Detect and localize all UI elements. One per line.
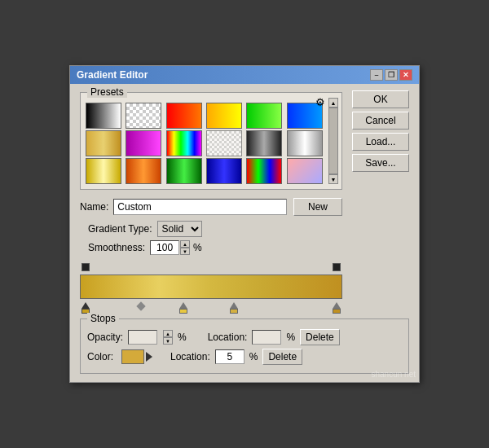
opacity-input[interactable]: [128, 330, 157, 345]
smoothness-row: Smoothness: ▲ ▼ %: [88, 240, 409, 255]
preset-swatch[interactable]: [86, 103, 121, 129]
opacity-spinner: ▲ ▼: [163, 330, 173, 345]
preset-swatch[interactable]: [86, 130, 121, 156]
scroll-up-button[interactable]: ▲: [328, 98, 338, 108]
preset-swatch[interactable]: [126, 158, 161, 184]
color-row: Color: Location: % Delete: [87, 349, 402, 365]
preset-swatch[interactable]: [126, 103, 161, 129]
preset-swatch[interactable]: [246, 103, 282, 129]
gradient-area: [80, 261, 342, 314]
gradient-editor-dialog: Gradient Editor – ❐ ✕ OK Cancel Load... …: [69, 65, 420, 383]
gradient-type-label: Gradient Type:: [88, 223, 152, 235]
restore-button[interactable]: ❐: [385, 69, 398, 81]
color-stop-1[interactable]: [179, 302, 187, 314]
smoothness-spinner: ▲ ▼: [180, 240, 190, 255]
name-row: Name: New: [80, 198, 342, 216]
preset-swatch[interactable]: [206, 130, 242, 156]
color-stop-0[interactable]: [82, 302, 90, 314]
smoothness-up-arrow[interactable]: ▲: [180, 240, 190, 248]
minimize-button[interactable]: –: [370, 69, 383, 81]
presets-scrollbar: ▲ ▼: [328, 98, 338, 184]
midpoint-diamond[interactable]: [136, 301, 145, 310]
opacity-stop-left[interactable]: [82, 263, 90, 271]
cancel-button[interactable]: Cancel: [352, 112, 409, 130]
presets-label: Presets: [87, 86, 127, 98]
scroll-track[interactable]: [328, 108, 338, 174]
smoothness-label: Smoothness:: [88, 242, 145, 253]
dialog-title: Gradient Editor: [77, 69, 148, 81]
type-row: Gradient Type: Solid Noise: [88, 221, 409, 237]
color-location-input[interactable]: [215, 349, 244, 364]
preset-swatch[interactable]: [166, 158, 202, 184]
opacity-stops-row: [80, 261, 342, 273]
preset-swatch[interactable]: [246, 130, 282, 156]
color-stop-2[interactable]: [230, 302, 238, 314]
opacity-delete-button[interactable]: Delete: [300, 329, 340, 345]
right-buttons: OK Cancel Load... Save...: [352, 90, 409, 172]
smoothness-unit: %: [193, 242, 202, 253]
scroll-down-button[interactable]: ▼: [328, 174, 338, 184]
preset-swatch[interactable]: [246, 158, 282, 184]
preset-swatch[interactable]: [206, 158, 242, 184]
color-stop-3[interactable]: [333, 302, 341, 314]
preset-swatch[interactable]: [287, 130, 323, 156]
color-arrow-button[interactable]: [146, 352, 152, 362]
title-bar: Gradient Editor – ❐ ✕: [70, 66, 419, 84]
preset-swatch[interactable]: [166, 130, 202, 156]
color-delete-button[interactable]: Delete: [262, 349, 302, 365]
watermark: shancun net: [372, 370, 416, 379]
preset-swatch[interactable]: [86, 158, 121, 184]
preset-swatch[interactable]: [206, 103, 242, 129]
title-bar-controls: – ❐ ✕: [370, 69, 412, 81]
color-preview[interactable]: [121, 349, 144, 364]
dialog-content: OK Cancel Load... Save... Presets ⚙: [70, 84, 419, 382]
smoothness-input[interactable]: [150, 240, 179, 255]
gradient-type-select[interactable]: Solid Noise: [157, 221, 202, 237]
presets-grid: [86, 103, 325, 184]
new-button[interactable]: New: [293, 198, 342, 216]
opacity-location-input[interactable]: [252, 330, 281, 345]
presets-gear-icon[interactable]: ⚙: [315, 96, 325, 108]
stops-group: Stops Opacity: ▲ ▼ % Location: % Delete …: [80, 318, 409, 374]
load-button[interactable]: Load...: [352, 133, 409, 151]
opacity-up-arrow[interactable]: ▲: [163, 330, 173, 337]
preset-swatch[interactable]: [126, 130, 161, 156]
opacity-location-unit: %: [286, 332, 295, 343]
name-label: Name:: [80, 201, 108, 213]
gradient-bar[interactable]: [80, 275, 342, 299]
stops-group-label: Stops: [87, 313, 119, 324]
preset-swatch[interactable]: [166, 103, 202, 129]
name-input[interactable]: [113, 199, 287, 215]
color-label: Color:: [87, 351, 113, 362]
opacity-unit: %: [178, 332, 187, 343]
ok-button[interactable]: OK: [352, 90, 409, 108]
close-button[interactable]: ✕: [399, 69, 412, 81]
color-location-unit: %: [249, 351, 258, 362]
opacity-location-label: Location:: [208, 332, 248, 343]
color-stops-row: [80, 301, 342, 314]
opacity-label: Opacity:: [87, 332, 123, 343]
preset-swatch[interactable]: [287, 158, 323, 184]
opacity-row: Opacity: ▲ ▼ % Location: % Delete: [87, 329, 402, 345]
color-location-label: Location:: [170, 351, 210, 362]
smoothness-down-arrow[interactable]: ▼: [180, 248, 190, 255]
save-button[interactable]: Save...: [352, 154, 409, 172]
presets-group: Presets ⚙: [80, 92, 342, 190]
opacity-down-arrow[interactable]: ▼: [163, 337, 173, 345]
opacity-stop-right[interactable]: [333, 263, 341, 271]
